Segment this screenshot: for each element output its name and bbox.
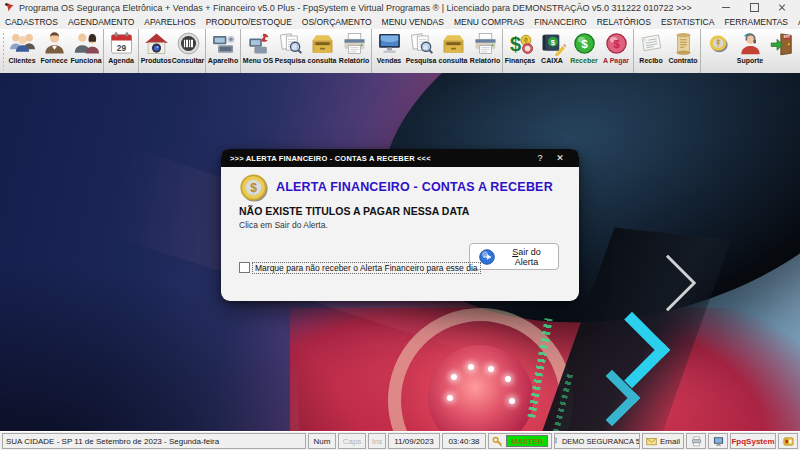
calendar-icon: 29: [108, 30, 135, 57]
led-dot: [509, 398, 515, 404]
dialog-body: $ ALERTA FINANCEIRO - CONTAS A RECEBER N…: [221, 167, 579, 301]
led-dot: [451, 374, 457, 380]
status-cell-print[interactable]: [686, 433, 706, 449]
toolbar-button-label: Contrato: [668, 57, 697, 65]
device-red-icon: [245, 30, 272, 57]
close-icon: [778, 4, 786, 12]
menu-item-relat-rios[interactable]: RELATÓRIOS: [597, 17, 651, 27]
person-icon: [41, 30, 68, 57]
printer-report-icon: [341, 30, 368, 57]
toolbar-button-agenda[interactable]: 29Agenda: [105, 29, 137, 73]
status-cell-text: 03:40:38: [448, 437, 479, 446]
svg-text:29: 29: [116, 43, 126, 53]
dialog-close-button[interactable]: ✕: [550, 153, 570, 163]
toolbar-group: ProdutosConsultar: [138, 29, 205, 73]
toolbar-button-clientes[interactable]: Clientes: [6, 29, 38, 73]
toolbar-button-financas[interactable]: $Finanças: [504, 29, 536, 73]
menu-item-cadastros[interactable]: CADASTROS: [5, 17, 58, 27]
skip-alert-checkbox[interactable]: [239, 262, 250, 273]
receipt-icon: [638, 30, 665, 57]
toolbar-button-relatorio-os[interactable]: Relatório: [338, 29, 370, 73]
toolbar-grip: [2, 32, 4, 70]
maximize-icon: [750, 3, 759, 12]
toolbar-button-consulta-vendas[interactable]: consulta: [437, 29, 469, 73]
toolbar-button-moeda[interactable]: [702, 29, 734, 73]
status-cell-user: MASTER: [488, 433, 552, 449]
toolbar-button-pesquisa-os[interactable]: Pesquisa: [274, 29, 306, 73]
status-cell-brand[interactable]: FpqSystem: [730, 433, 776, 449]
toolbar-button-contrato[interactable]: Contrato: [667, 29, 699, 73]
printer-report-icon: [472, 30, 499, 57]
status-cell-location: SUA CIDADE - SP 11 de Setembro de 2023 -…: [2, 433, 306, 449]
status-cell-ins-lock: Ins: [368, 433, 386, 449]
status-cell-text: MASTER: [506, 435, 548, 447]
toolbar-button-sair[interactable]: EXIT: [766, 29, 798, 73]
pc-icon: [554, 436, 559, 447]
window-controls: [712, 0, 796, 15]
status-cell-badge: [778, 433, 798, 449]
toolbar-button-label: Relatório: [470, 57, 500, 65]
status-cell-text: SUA CIDADE - SP 11 de Setembro de 2023 -…: [6, 437, 219, 446]
led-dot: [447, 395, 453, 401]
toolbar-button-funcionarios[interactable]: Funciona: [70, 29, 102, 73]
toolbar-button-label: consulta: [308, 57, 337, 65]
toolbar-button-pesquisa-vendas[interactable]: Pesquisa: [405, 29, 437, 73]
dialog-heading: ALERTA FINANCEIRO - CONTAS A RECEBER: [276, 180, 553, 194]
toolbar-button-label: Produtos: [141, 57, 172, 65]
toolbar-button-consulta-os[interactable]: consulta: [306, 29, 338, 73]
menu-item-estatistica[interactable]: ESTATISTICA: [661, 17, 715, 27]
svg-text:$: $: [550, 38, 555, 47]
toolbar-button-label: Consultar: [172, 57, 205, 65]
menu-item-label: OS/ORÇAMENTO: [302, 17, 372, 27]
device-gray-icon: [210, 30, 237, 57]
menu-item-label: FINANCEIRO: [534, 17, 586, 27]
toolbar-button-suporte[interactable]: Suporte: [734, 29, 766, 73]
menu-item-produto-estoque[interactable]: PRODUTO/ESTOQUE: [206, 17, 292, 27]
toolbar-button-produtos[interactable]: Produtos: [140, 29, 172, 73]
menu-item-aparelhos[interactable]: APARELHOS: [144, 17, 195, 27]
toolbar-button-label: Aparelho: [208, 57, 238, 65]
dialog-message: NÃO EXISTE TITULOS A PAGAR NESSA DATA: [239, 205, 469, 217]
toolbar-group: ClientesForneceFunciona: [5, 29, 103, 73]
toolbar-button-aparelho[interactable]: Aparelho: [207, 29, 239, 73]
dialog-help-button[interactable]: ?: [530, 153, 550, 163]
toolbar-group: ReciboContrato: [633, 29, 700, 73]
menu-item-agendamento[interactable]: AGENDAMENTO: [68, 17, 134, 27]
led-dot: [505, 376, 511, 382]
menu-item-os-or-amento[interactable]: OS/ORÇAMENTO: [302, 17, 372, 27]
toolbar-button-consultar[interactable]: Consultar: [172, 29, 204, 73]
toolbar-button-label: Receber: [570, 57, 598, 65]
toolbar-button-menu-os[interactable]: Menu OS: [242, 29, 274, 73]
dollar-green-icon: $: [571, 30, 598, 57]
led-dot: [488, 366, 494, 372]
dialog-titlebar[interactable]: >>> ALERTA FINANCEIRO - CONTAS A RECEBER…: [221, 149, 579, 167]
toolbar: ClientesForneceFunciona29AgendaProdutosC…: [0, 29, 800, 74]
sair-do-alerta-button[interactable]: Sair do Alerta: [469, 243, 559, 270]
menu-item-ferramentas[interactable]: FERRAMENTAS: [724, 17, 788, 27]
dialog-title: >>> ALERTA FINANCEIRO - CONTAS A RECEBER…: [230, 154, 530, 163]
minimize-button[interactable]: [712, 0, 740, 15]
toolbar-button-caixa[interactable]: $CAIXA: [536, 29, 568, 73]
search-pages-icon: [277, 30, 304, 57]
menu-item-financeiro[interactable]: FINANCEIRO: [534, 17, 586, 27]
menu-item-label: AGENDAMENTO: [68, 17, 134, 27]
close-button[interactable]: [768, 0, 796, 15]
envelope-icon: [646, 436, 657, 447]
toolbar-button-fornecedores[interactable]: Fornece: [38, 29, 70, 73]
toolbar-button-recibo[interactable]: Recibo: [635, 29, 667, 73]
toolbar-button-receber[interactable]: $Receber: [568, 29, 600, 73]
skip-alert-row: Marque para não receber o Alerta Finance…: [239, 262, 480, 273]
menu-item-menu-compras[interactable]: MENU COMPRAS: [454, 17, 524, 27]
menu-item-menu-vendas[interactable]: MENU VENDAS: [382, 17, 444, 27]
sair-do-alerta-label: Sair do Alerta: [504, 247, 549, 267]
toolbar-button-a-pagar[interactable]: $A Pagar: [600, 29, 632, 73]
menu-item-label: APARELHOS: [144, 17, 195, 27]
status-cell-network[interactable]: [708, 433, 728, 449]
status-cell-email[interactable]: Email: [642, 433, 684, 449]
menu-item-label: MENU COMPRAS: [454, 17, 524, 27]
status-cell-date: 11/09/2023: [388, 433, 440, 449]
toolbar-button-relatorio-vendas[interactable]: Relatório: [469, 29, 501, 73]
maximize-button[interactable]: [740, 0, 768, 15]
toolbar-button-vendas[interactable]: Vendas: [373, 29, 405, 73]
toolbar-group: VendasPesquisaconsultaRelatório: [371, 29, 502, 73]
